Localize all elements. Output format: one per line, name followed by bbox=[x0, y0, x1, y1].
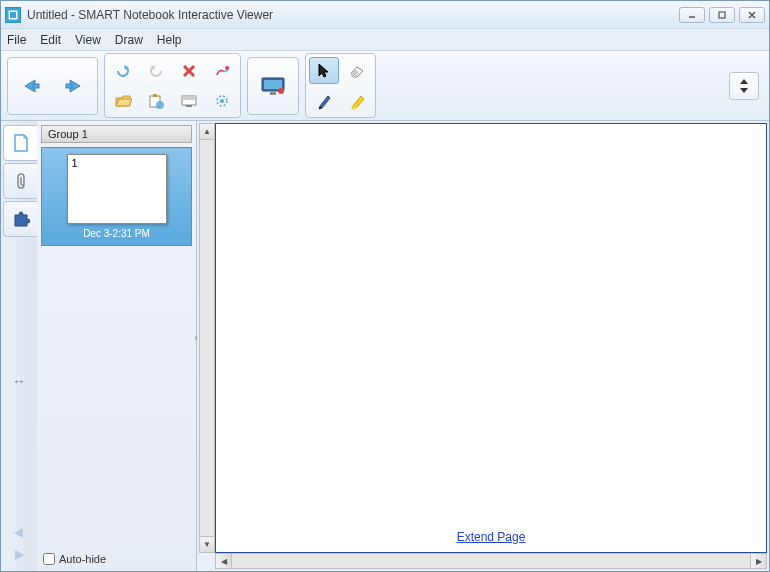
svg-rect-12 bbox=[153, 94, 157, 97]
svg-point-18 bbox=[220, 99, 224, 103]
clear-ink-button[interactable] bbox=[207, 57, 237, 84]
open-button[interactable] bbox=[108, 87, 138, 114]
vertical-scrollbar[interactable]: ▲ ▼ bbox=[199, 123, 215, 553]
menu-edit[interactable]: Edit bbox=[40, 33, 61, 47]
menubar: File Edit View Draw Help bbox=[1, 29, 769, 51]
page-sorter-panel: Group 1 1 Dec 3-2:31 PM ‹ Auto-hide bbox=[37, 121, 197, 571]
page-canvas[interactable]: Extend Page bbox=[215, 123, 767, 553]
page-icon bbox=[12, 133, 30, 153]
svg-rect-1 bbox=[10, 12, 16, 18]
magic-pen-button[interactable] bbox=[207, 87, 237, 114]
eraser-tool-button[interactable] bbox=[342, 57, 372, 84]
menu-draw[interactable]: Draw bbox=[115, 33, 143, 47]
menu-help[interactable]: Help bbox=[157, 33, 182, 47]
side-tabs: ↔ bbox=[1, 121, 37, 571]
scroll-up-button[interactable]: ▲ bbox=[200, 124, 214, 140]
group-header[interactable]: Group 1 bbox=[41, 125, 192, 143]
delete-button[interactable] bbox=[174, 57, 204, 84]
arrow-left-icon bbox=[19, 76, 43, 96]
undo-icon bbox=[114, 63, 132, 79]
next-page-button[interactable] bbox=[54, 61, 94, 111]
move-toolbar-button[interactable] bbox=[729, 72, 759, 100]
clear-ink-icon bbox=[213, 63, 231, 79]
page-sorter-tab[interactable] bbox=[3, 125, 37, 161]
puzzle-icon bbox=[12, 210, 30, 228]
svg-rect-20 bbox=[264, 80, 282, 89]
canvas-area: ▲ ▼ Extend Page ◀ ▶ bbox=[197, 121, 769, 571]
extend-page-link[interactable]: Extend Page bbox=[457, 530, 526, 544]
paste-button[interactable] bbox=[141, 87, 171, 114]
screen-shade-icon bbox=[180, 93, 198, 109]
screen-shade-button[interactable] bbox=[174, 87, 204, 114]
monitor-icon bbox=[259, 75, 287, 97]
addons-tab[interactable] bbox=[3, 201, 37, 237]
panel-collapse-handle[interactable]: ‹ bbox=[194, 331, 198, 343]
prev-page-button[interactable] bbox=[11, 61, 51, 111]
folder-open-icon bbox=[114, 93, 132, 109]
svg-rect-3 bbox=[719, 12, 725, 18]
thumbnail-number: 1 bbox=[72, 157, 78, 169]
thumbnail-timestamp: Dec 3-2:31 PM bbox=[83, 228, 150, 239]
minimize-button[interactable] bbox=[679, 7, 705, 23]
toolbar bbox=[1, 51, 769, 121]
redo-button[interactable] bbox=[141, 57, 171, 84]
delete-x-icon bbox=[181, 63, 197, 79]
attachments-tab[interactable] bbox=[3, 163, 37, 199]
menu-view[interactable]: View bbox=[75, 33, 101, 47]
highlighter-tool-button[interactable] bbox=[342, 87, 372, 114]
redo-icon bbox=[147, 63, 165, 79]
paste-icon bbox=[147, 93, 165, 109]
magic-pen-icon bbox=[214, 93, 230, 109]
scroll-left-button[interactable]: ◀ bbox=[216, 554, 232, 568]
display-group bbox=[247, 57, 299, 115]
svg-rect-21 bbox=[270, 92, 276, 95]
undo-button[interactable] bbox=[108, 57, 138, 84]
fullscreen-button[interactable] bbox=[251, 66, 295, 106]
svg-point-13 bbox=[156, 101, 164, 109]
paperclip-icon bbox=[13, 171, 29, 191]
panel-next-icon bbox=[9, 547, 29, 563]
svg-rect-6 bbox=[33, 84, 39, 88]
svg-point-10 bbox=[225, 66, 229, 70]
svg-rect-15 bbox=[182, 96, 196, 100]
close-button[interactable] bbox=[739, 7, 765, 23]
pen-icon bbox=[316, 92, 332, 110]
arrow-right-icon bbox=[62, 76, 86, 96]
edit-group bbox=[104, 53, 241, 118]
cursor-icon bbox=[316, 62, 332, 80]
pen-tool-button[interactable] bbox=[309, 87, 339, 114]
maximize-button[interactable] bbox=[709, 7, 735, 23]
highlighter-icon bbox=[349, 92, 365, 110]
svg-point-22 bbox=[278, 88, 284, 94]
autohide-label: Auto-hide bbox=[59, 553, 106, 565]
tools-group bbox=[305, 53, 376, 118]
horizontal-scrollbar[interactable]: ◀ ▶ bbox=[215, 553, 767, 569]
scroll-right-button[interactable]: ▶ bbox=[750, 554, 766, 568]
autohide-checkbox[interactable] bbox=[43, 553, 55, 565]
svg-rect-7 bbox=[66, 84, 72, 88]
panel-resize-handle[interactable]: ↔ bbox=[12, 373, 26, 389]
panel-prev-icon bbox=[9, 525, 29, 541]
window-title: Untitled - SMART Notebook Interactive Vi… bbox=[27, 8, 679, 22]
menu-file[interactable]: File bbox=[7, 33, 26, 47]
page-thumbnail[interactable]: 1 Dec 3-2:31 PM bbox=[41, 147, 192, 246]
svg-rect-23 bbox=[351, 107, 357, 109]
app-icon bbox=[5, 7, 21, 23]
vertical-arrows-icon bbox=[737, 77, 751, 95]
thumbnail-preview: 1 bbox=[67, 154, 167, 224]
nav-group bbox=[7, 57, 98, 115]
svg-rect-16 bbox=[186, 105, 192, 107]
hscroll-track[interactable] bbox=[232, 554, 750, 568]
scroll-track[interactable] bbox=[200, 140, 214, 536]
select-tool-button[interactable] bbox=[309, 57, 339, 84]
eraser-icon bbox=[347, 63, 367, 79]
scroll-down-button[interactable]: ▼ bbox=[200, 536, 214, 552]
titlebar: Untitled - SMART Notebook Interactive Vi… bbox=[1, 1, 769, 29]
